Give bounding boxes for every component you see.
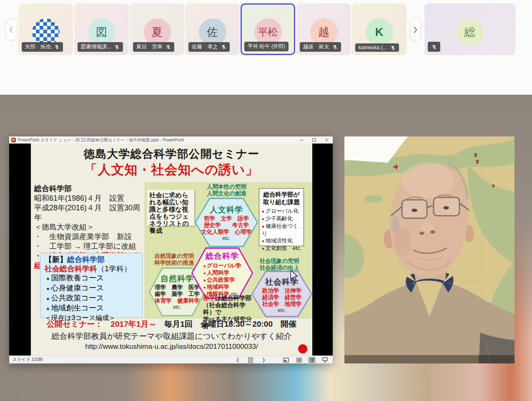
generalist-note-box: 社会に求められる幅広い知識と多様な視点をもつジェネラリストの養成 — [147, 190, 194, 226]
seminar-description-line: 総合科学部教員が研究テーマや取組課題についてわかりやすく紹介 — [31, 331, 312, 342]
minimize-button[interactable] — [295, 136, 308, 144]
course-item: 公共政策コース — [45, 293, 142, 303]
participant-name-label: 矢部 拓也 — [22, 42, 63, 52]
black-screen-icon — [283, 358, 289, 363]
previous-slide-button[interactable] — [234, 357, 241, 363]
course-item: 心身健康コース — [45, 283, 142, 293]
participant-tile[interactable]: K kameoka (... — [352, 3, 407, 55]
avatar-initial: 総 — [456, 18, 484, 46]
participant-tile[interactable]: 佐 佐藤 孝之 — [185, 3, 240, 55]
participant-tile[interactable]: 矢部 拓也 — [18, 3, 73, 55]
close-button[interactable] — [320, 136, 333, 144]
humanities-hexagon: 人文科学 哲学 文学 語学 歴史学 考古学 文化人類学 心理学 etc. — [195, 198, 258, 247]
slide-title: 徳島大学総合科学部公開セミナー — [31, 146, 312, 161]
history-line: 平成28年(2016)４月 設置30周年 — [34, 203, 143, 222]
participant-name-label: kameoka (... — [355, 43, 399, 52]
zoom-slide-icon — [309, 358, 315, 363]
chevron-right-icon — [414, 27, 417, 33]
mic-muted-badge — [428, 42, 440, 52]
integrated-list: グローバル学 人間科学 公共政策学 地域科学 情報科学 etc. — [203, 262, 241, 298]
mouse-cursor — [290, 270, 298, 282]
new-department-box: 【新】総合科学部 社会総合科学科（1学科） 国際教養コース 心身健康コース 公共… — [40, 253, 143, 318]
close-icon — [325, 138, 329, 142]
mic-muted-icon — [432, 44, 437, 50]
integrated-item: 人間科学 — [203, 270, 241, 277]
course-item: 国際教養コース — [45, 273, 142, 283]
history-bullet: ・ 工学部 → 理工学部に改組 — [34, 242, 143, 251]
new-tag: 【新】 — [45, 255, 67, 264]
participant-name: 越坂 裕太 — [303, 43, 329, 50]
participant-name: 平井 松午 (外部) — [248, 43, 285, 50]
laser-pointer-dot — [298, 344, 307, 353]
participant-tile[interactable]: 図 図書情報課... — [74, 3, 129, 55]
seminar-url: http://www.tokushima-u.ac.jp/ias/docs/20… — [31, 343, 312, 351]
participant-name-label: 平井 松午 (外部) — [244, 42, 289, 51]
task-item: グローバル化 — [262, 207, 304, 215]
integrated-item: 地域科学 — [203, 284, 241, 291]
all-slides-button[interactable] — [295, 357, 303, 363]
social-science-hexagon: 社会科学 政治学 法律学 経済学 経営学 社会学 地理学 etc. — [251, 271, 312, 317]
scroll-right-button[interactable] — [410, 19, 421, 40]
natural-label: 自然現象の究明 科学技術の推進 — [149, 253, 199, 266]
participant-tile[interactable]: 越 越坂 裕太 — [296, 3, 351, 55]
task-item: 文化創造 etc. — [262, 245, 304, 252]
participant-tile-active-speaker[interactable]: 平松 平井 松午 (外部) — [241, 3, 295, 55]
integrated-item: グローバル学 — [203, 262, 241, 270]
window-titlebar[interactable]: P PowerPoint スライド ショー - 25.12.05総科公開セミナー… — [9, 136, 333, 144]
minimize-icon — [300, 138, 304, 142]
black-screen-button[interactable] — [282, 357, 290, 363]
slide-subtitle: 「人文知・社会知への誘い」 — [31, 161, 312, 179]
department-name: 総合科学部 — [67, 255, 105, 264]
course-list: 国際教養コース 心身健康コース 公共政策コース 地域創生コース — [45, 273, 142, 313]
slideshow-statusbar: スライド 1/195 — [9, 356, 333, 363]
course-item: 地域創生コース — [45, 303, 142, 313]
mic-muted-icon — [390, 45, 396, 50]
display-settings-button[interactable] — [321, 357, 329, 363]
integrated-item: 公共政策学 — [203, 277, 241, 284]
history-line: 昭和61年(1986)４月 設置 — [34, 194, 143, 203]
webcam-scene — [344, 136, 514, 363]
maximize-icon — [312, 138, 316, 142]
subject-name: 社会総合科学科 — [45, 265, 97, 273]
avatar-initial: K — [366, 18, 393, 46]
annotation-menu-button[interactable] — [247, 357, 254, 363]
social-title: 社会科学 — [251, 277, 312, 288]
slideshow-canvas[interactable]: 徳島大学総合科学部公開セミナー 「人文知・社会知への誘い」 総合科学部 昭和61… — [9, 144, 333, 356]
scroll-left-button[interactable] — [6, 19, 16, 40]
participant-name-label: 図書情報課... — [78, 42, 123, 52]
slide-counter: スライド 1/195 — [13, 357, 43, 363]
chevron-left-icon — [236, 358, 239, 363]
window-title: PowerPoint スライド ショー - 25.12.05総科公開セミナー：徳… — [18, 137, 184, 143]
participant-tile[interactable]: 夏 夏目 宗幸 — [130, 3, 184, 55]
powerpoint-window: P PowerPoint スライド ショー - 25.12.05総科公開セミナー… — [9, 136, 333, 363]
seminar-schedule-line: 公開セミナー： 2017年1月～ 毎月1回 金曜日18:30～20:00 開催 — [31, 319, 312, 330]
mic-muted-icon — [221, 44, 226, 50]
slide-grid-icon — [296, 358, 302, 363]
maximize-button[interactable] — [308, 136, 320, 144]
participant-name-label: 越坂 裕太 — [300, 42, 341, 52]
integrated-title: 総合科学 — [191, 251, 253, 262]
mic-muted-icon — [54, 44, 60, 50]
mic-muted-icon — [114, 44, 120, 50]
next-slide-button[interactable] — [260, 357, 267, 363]
slide: 徳島大学総合科学部公開セミナー 「人文知・社会知への誘い」 総合科学部 昭和61… — [31, 144, 312, 356]
tasks-list: グローバル化 少子高齢化 健康社会づくり 地域活性化 文化創造 etc. — [262, 207, 304, 252]
subject-suffix: （1学科） — [97, 265, 131, 273]
chevron-left-icon — [9, 27, 13, 33]
participant-name: 図書情報課... — [81, 43, 111, 50]
participant-name: 矢部 拓也 — [25, 43, 51, 50]
mic-muted-icon — [166, 44, 171, 50]
webcam-video-presenter[interactable] — [344, 136, 514, 363]
zoom-slide-button[interactable] — [308, 357, 316, 363]
chevron-right-icon — [262, 358, 265, 363]
new-department-title: 【新】総合科学部 — [45, 255, 142, 264]
participant-tile[interactable]: 総 — [424, 3, 515, 55]
mic-muted-icon — [332, 44, 338, 50]
tasks-box: 総合科学部が 取り組む課題 グローバル化 少子高齢化 健康社会づくり 地域活性化… — [259, 188, 304, 246]
new-subject-line: 社会総合科学科（1学科） — [45, 264, 142, 273]
humanities-label: 人間本性の究明 人間文化の創造 — [196, 184, 257, 197]
participant-name: 夏目 宗幸 — [136, 43, 163, 50]
social-label: 社会現象の究明 社会経済の向上 — [250, 258, 309, 271]
history-bullet: ・ 生物資源産業学部 新設 — [34, 232, 143, 242]
display-settings-icon — [322, 357, 328, 363]
